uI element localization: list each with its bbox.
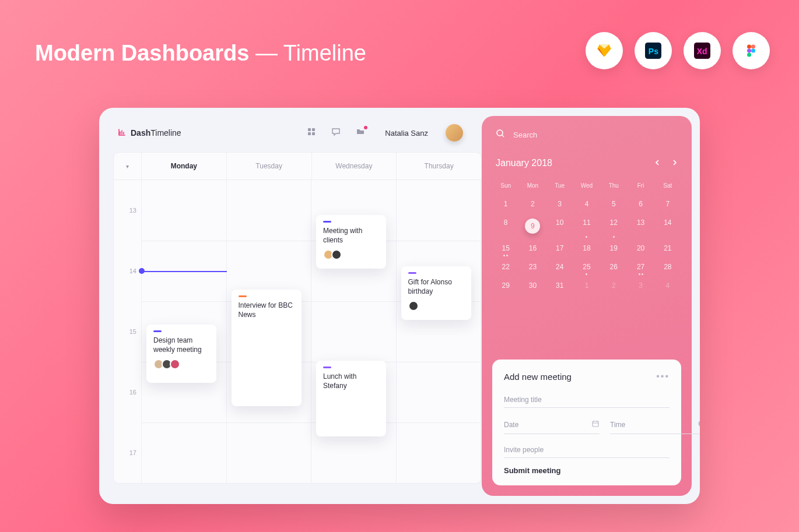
next-month-button[interactable] [672, 158, 678, 168]
calendar-dow: Thu [600, 178, 627, 193]
event-card[interactable]: Design team weekly meeting [146, 325, 216, 383]
chat-icon[interactable] [331, 127, 341, 139]
calendar-day[interactable]: 3 [627, 277, 654, 294]
meeting-title-input[interactable] [504, 396, 670, 404]
avatar[interactable] [446, 124, 463, 142]
calendar-day[interactable]: 3 [546, 196, 573, 212]
current-time-line [142, 271, 227, 272]
event-card[interactable]: Meeting with clients [316, 215, 386, 269]
calendar-day[interactable]: 5 [600, 196, 627, 212]
calendar-day[interactable]: 8 [492, 214, 519, 238]
timeline-day-header[interactable]: Thursday [397, 153, 481, 179]
notification-dot [364, 126, 367, 129]
calendar-day[interactable]: 31 [546, 277, 573, 294]
event-avatars [153, 359, 209, 369]
calendar-day[interactable]: 28 [654, 259, 681, 275]
calendar-title: January 2018 [496, 158, 552, 168]
search-input[interactable] [513, 131, 678, 139]
event-card[interactable]: Gift for Alonso birthday [401, 266, 471, 320]
calendar-day[interactable]: 19 [600, 240, 627, 256]
event-title: Interview for BBC News [239, 301, 295, 319]
calendar-day[interactable]: 9 [519, 214, 546, 238]
figma-icon [733, 32, 770, 69]
svg-point-6 [747, 49, 751, 53]
invite-input[interactable] [504, 446, 670, 454]
participant-avatar [170, 359, 180, 369]
calendar-day[interactable]: 27 [627, 259, 654, 275]
calendar-day[interactable]: 6 [627, 196, 654, 212]
event-card[interactable]: Lunch with Stefany [316, 361, 386, 436]
svg-point-8 [747, 53, 751, 57]
add-meeting-form: Add new meeting ••• Submit meeting [492, 360, 681, 485]
timeline-day-header[interactable]: Wednesday [312, 153, 397, 179]
event-title: Meeting with clients [323, 226, 379, 245]
dashboard-window: DashTimeline Natalia Sanz ▾ MondayTuesda… [99, 108, 700, 504]
calendar-grid: SunMonTueWedThuFriSat1234567891011121314… [492, 174, 681, 302]
search-row [492, 126, 681, 150]
calendar-day[interactable]: 20 [627, 240, 654, 256]
timeline-day-header[interactable]: Monday [142, 153, 227, 179]
calendar-day[interactable]: 22 [492, 259, 519, 275]
calendar-day[interactable]: 16 [519, 240, 546, 256]
event-avatars [323, 249, 379, 260]
calendar-day[interactable]: 7 [654, 196, 681, 212]
event-card[interactable]: Interview for BBC News [232, 290, 302, 406]
calendar-day[interactable]: 14 [654, 214, 681, 238]
calendar-day[interactable]: 12 [600, 214, 627, 238]
calendar-day[interactable]: 4 [654, 277, 681, 294]
calendar-day[interactable]: 29 [492, 277, 519, 294]
svg-rect-11 [308, 132, 311, 135]
sketch-icon [586, 32, 623, 69]
calendar-day[interactable]: 4 [573, 196, 600, 212]
event-color-tag [153, 330, 162, 332]
date-input[interactable] [504, 421, 591, 429]
calendar-day[interactable]: 1 [492, 196, 519, 212]
folder-icon[interactable] [356, 127, 365, 139]
calendar-day[interactable]: 13 [627, 214, 654, 238]
app-logo[interactable]: DashTimeline [118, 128, 181, 138]
time-input[interactable] [610, 421, 698, 429]
calendar-day[interactable]: 30 [519, 277, 546, 294]
username[interactable]: Natalia Sanz [385, 129, 428, 138]
calendar-day[interactable]: 2 [600, 277, 627, 294]
timeline-grid: ▾ MondayTuesdayWednesdayThursday 1314151… [113, 152, 482, 484]
calendar-icon [591, 420, 600, 430]
event-color-tag [408, 272, 416, 274]
calendar-dow: Fri [627, 178, 654, 193]
calendar-day[interactable]: 15 [492, 240, 519, 256]
filter-icon[interactable]: ▾ [114, 153, 142, 179]
svg-point-15 [699, 421, 700, 427]
more-icon[interactable]: ••• [656, 371, 670, 382]
calendar-day[interactable]: 1 [573, 277, 600, 294]
calendar-day[interactable]: 23 [519, 259, 546, 275]
participant-avatar [408, 301, 419, 311]
event-color-tag [323, 367, 331, 368]
apps-icon[interactable] [307, 127, 316, 139]
calendar-day[interactable]: 2 [519, 196, 546, 212]
calendar-day[interactable]: 18 [573, 240, 600, 256]
clock-icon [698, 420, 700, 430]
svg-point-5 [751, 45, 755, 49]
calendar-day[interactable]: 17 [546, 240, 573, 256]
submit-meeting-button[interactable]: Submit meeting [504, 466, 670, 475]
prev-month-button[interactable] [654, 158, 660, 168]
timeline-day-header[interactable]: Tuesday [227, 153, 312, 179]
form-title: Add new meeting [504, 372, 572, 382]
calendar-day[interactable]: 21 [654, 240, 681, 256]
photoshop-icon: Ps [635, 32, 672, 69]
calendar-day[interactable]: 24 [546, 259, 573, 275]
calendar-day[interactable]: 11 [573, 214, 600, 238]
event-color-tag [239, 295, 247, 297]
calendar-day[interactable]: 10 [546, 214, 573, 238]
svg-rect-14 [593, 421, 598, 427]
svg-text:Xd: Xd [697, 47, 707, 56]
calendar-day[interactable]: 26 [600, 259, 627, 275]
event-avatars [408, 301, 464, 311]
timeline-header: ▾ MondayTuesdayWednesdayThursday [114, 153, 481, 180]
calendar-day[interactable]: 25 [573, 259, 600, 275]
svg-point-4 [747, 45, 751, 49]
svg-rect-9 [308, 128, 311, 131]
calendar-dow: Sun [492, 178, 519, 193]
hour-label: 13 [114, 207, 136, 214]
svg-point-7 [751, 49, 755, 53]
